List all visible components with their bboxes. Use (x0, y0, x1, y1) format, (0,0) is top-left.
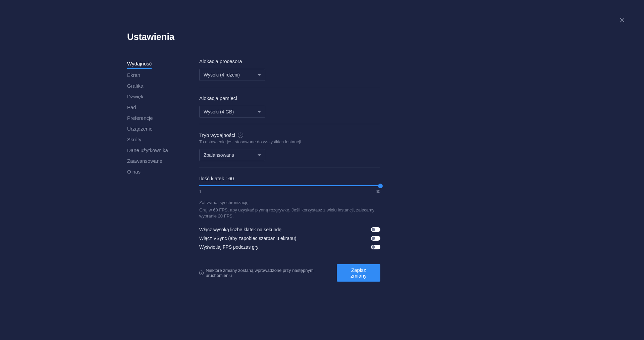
memory-allocation-select[interactable]: Wysoki (4 GB) (199, 106, 265, 118)
toggle-high-fps[interactable] (371, 227, 380, 232)
fps-slider-thumb[interactable] (378, 184, 383, 188)
toggle-knob (372, 245, 375, 249)
toggle-knob (372, 237, 375, 240)
memory-allocation-label: Alokacja pamięci (199, 95, 380, 101)
settings-main: Alokacja procesora Wysoki (4 rdzeni) Alo… (199, 58, 380, 282)
sidebar-item-graphics[interactable]: Grafika (127, 81, 189, 91)
toggle-vsync[interactable] (371, 236, 380, 241)
performance-mode-value: Zbalansowana (204, 152, 234, 158)
sidebar-item-screen[interactable]: Ekran (127, 70, 189, 81)
footer: i Niektóre zmiany zostaną wprowadzone pr… (199, 264, 380, 282)
save-button[interactable]: Zapisz zmiany (337, 264, 380, 282)
sync-label: Zatrzymaj synchronizację (199, 200, 380, 205)
page-title: Ustawienia (127, 32, 380, 42)
footer-note: i Niektóre zmiany zostaną wprowadzone pr… (199, 268, 332, 278)
sidebar-item-about[interactable]: O nas (127, 166, 189, 177)
sync-desc: Graj w 60 FPS, aby uzyskać płynną rozgry… (199, 207, 380, 219)
help-icon[interactable]: ? (238, 133, 243, 138)
toggle-knob (372, 228, 375, 231)
fps-slider-range: 1 60 (199, 189, 380, 194)
settings-sidebar: Wydajność Ekran Grafika Dźwięk Pad Prefe… (127, 58, 189, 282)
toggle-show-fps[interactable] (371, 245, 380, 249)
info-icon: i (199, 271, 204, 275)
footer-note-text: Niektóre zmiany zostaną wprowadzone przy… (206, 268, 332, 278)
chevron-down-icon (258, 74, 261, 76)
toggle-vsync-label: Włącz VSync (aby zapobiec szarpaniu ekra… (199, 236, 296, 241)
performance-mode-label-text: Tryb wydajności (199, 132, 235, 138)
sidebar-item-shortcuts[interactable]: Skróty (127, 134, 189, 145)
chevron-down-icon (258, 154, 261, 156)
toggle-high-fps-label: Włącz wysoką liczbę klatek na sekundę (199, 227, 281, 232)
fps-max: 60 (376, 189, 380, 194)
performance-mode-label: Tryb wydajności ? (199, 132, 380, 138)
fps-slider-label: Ilość klatek : 60 (199, 176, 380, 181)
sidebar-item-device[interactable]: Urządzenie (127, 124, 189, 134)
sidebar-item-sound[interactable]: Dźwięk (127, 91, 189, 102)
sidebar-item-preferences[interactable]: Preferencje (127, 113, 189, 124)
cpu-allocation-label: Alokacja procesora (199, 58, 380, 64)
sidebar-item-performance[interactable]: Wydajność (127, 58, 152, 69)
chevron-down-icon (258, 111, 261, 113)
sidebar-item-userdata[interactable]: Dane użytkownika (127, 145, 189, 156)
performance-mode-desc: To ustawienie jest stosowane do wszystki… (199, 139, 380, 144)
fps-slider[interactable] (199, 185, 380, 186)
fps-label-prefix: Ilość klatek : (199, 176, 228, 181)
fps-min: 1 (199, 189, 202, 194)
performance-mode-select[interactable]: Zbalansowana (199, 149, 265, 161)
cpu-allocation-select[interactable]: Wysoki (4 rdzeni) (199, 69, 265, 81)
memory-allocation-value: Wysoki (4 GB) (204, 109, 234, 114)
cpu-allocation-value: Wysoki (4 rdzeni) (204, 72, 240, 78)
fps-value: 60 (228, 176, 234, 181)
toggle-show-fps-label: Wyświetlaj FPS podczas gry (199, 244, 258, 250)
sidebar-item-advanced[interactable]: Zaawansowane (127, 156, 189, 166)
close-button[interactable] (619, 17, 626, 23)
sidebar-item-pad[interactable]: Pad (127, 102, 189, 113)
close-icon (619, 17, 626, 23)
